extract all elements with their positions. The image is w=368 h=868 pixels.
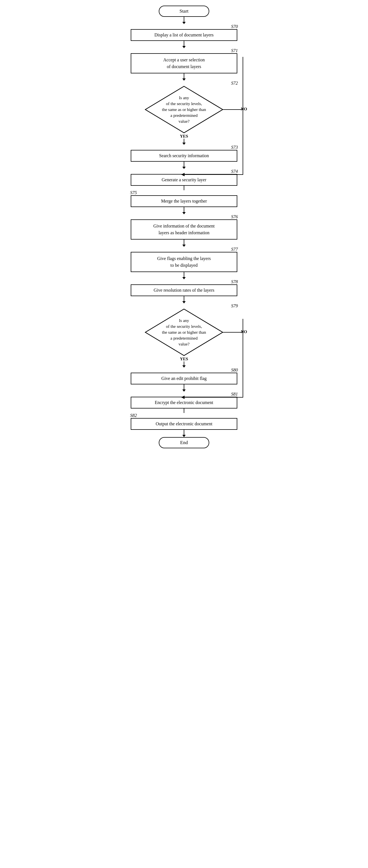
step-label-s76: S76: [231, 214, 238, 219]
step-label-s74: S74: [231, 169, 238, 174]
diamond-s72-container: S72 Is anyof the security levels,the sam…: [106, 81, 262, 139]
yes-label-s79: YES: [180, 357, 188, 362]
process-s76: Give information of the documentlayers a…: [131, 219, 237, 240]
process-s81: Encrypt the electronic document: [131, 397, 237, 408]
process-s78: Give resolution rates of the layers: [131, 284, 237, 296]
process-s77: Give flags enabling the layersto be disp…: [131, 252, 237, 272]
step-label-s73: S73: [231, 145, 238, 150]
diamond-s79-text: Is anyof the security levels,the same as…: [153, 318, 214, 347]
step-label-s70: S70: [231, 24, 238, 29]
step-label-s75: S75: [130, 190, 137, 195]
start-terminal: Start: [159, 6, 209, 17]
no-label-s72: NO: [241, 107, 247, 112]
step-label-s71: S71: [231, 48, 238, 53]
flowchart: Start S70 Display a list of document lay…: [106, 6, 262, 448]
step-label-s82: S82: [130, 413, 137, 418]
step-label-s72: S72: [231, 81, 238, 86]
yes-label-s72: YES: [180, 134, 188, 139]
process-s73: Search security information: [131, 150, 237, 162]
process-s82: Output the electronic document: [131, 418, 237, 430]
s82-container: S82 Output the electronic document: [106, 408, 262, 430]
process-s74: Generate a security layer: [131, 174, 237, 186]
step-label-s78: S78: [231, 279, 238, 284]
step-label-s81: S81: [231, 392, 238, 397]
step-label-s77: S77: [231, 247, 238, 252]
process-s71: Accept a user selectionof document layer…: [131, 53, 237, 73]
step-label-s79: S79: [231, 304, 238, 308]
end-terminal: End: [159, 437, 209, 448]
s75-container: S75 Merge the layers together: [106, 186, 262, 207]
diamond-s72-text: Is anyof the security levels,the same as…: [153, 95, 214, 124]
step-label-s80: S80: [231, 368, 238, 373]
diamond-s79-container: S79 Is anyof the security levels,the sam…: [106, 304, 262, 362]
process-s70: Display a list of document layers: [131, 29, 237, 41]
process-s80: Give an edit prohibit flag: [131, 373, 237, 384]
process-s75: Merge the layers together: [131, 195, 237, 207]
no-label-s79: NO: [241, 330, 247, 334]
